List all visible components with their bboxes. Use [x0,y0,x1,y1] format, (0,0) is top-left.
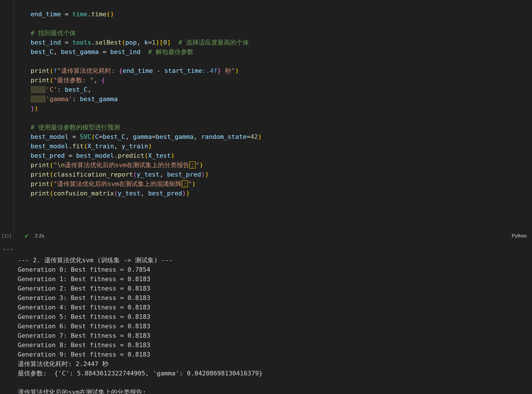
code-token: ) [171,152,174,159]
code-token: , [88,86,91,93]
code-token: best_C [31,48,53,55]
code-token: k [144,39,148,46]
code-line: best_pred = best_model.predict(X_test) [31,151,532,160]
code-token: print [31,161,49,169]
code-token: "遗传算法优化后的svm在测试集上的混淆矩阵 [53,180,182,187]
code-token: ( [49,180,53,187]
code-token: " [196,161,199,169]
code-token: print [31,190,49,197]
code-token: - [153,67,164,74]
code-editor[interactable]: end_time = time.time()# 找到最优个体best_ind =… [0,0,532,230]
output-line: Generation 9: Best fitness = 0.8183 [18,350,532,359]
code-token [140,48,148,55]
code-token: C [95,133,99,140]
code-line: best_model.fit(X_train, y_train) [31,141,532,151]
code-line: best_ind = tools.selBest(pop, k=1)[0] # … [31,38,532,47]
code-token: , [94,77,101,84]
code-token: tools [72,39,91,46]
execution-time: 2.2s [35,233,44,239]
code-line: 'gamma': best_gamma [31,94,532,104]
code-token: X_train [88,143,114,150]
code-token: . [114,152,118,159]
code-token: best_pred [31,152,65,159]
cell-output: --- 2. 遗传算法优化svm (训练集 -> 测试集) ---Generat… [0,242,532,394]
code-token: time [91,11,106,18]
output-line: Generation 5: Best fitness = 0.8183 [18,312,532,321]
code-token: ) [186,190,190,197]
output-line: Generation 0: Best fitness = 0.7854 [18,265,532,274]
code-token: ] [167,39,171,46]
code-line: print("\n遗传算法优化后的svm在测试集上的分类报告：") [31,160,532,170]
code-token: print [31,171,49,178]
code-token: 0 [163,39,167,46]
code-token: ( [133,171,137,178]
code-token: y_test [137,171,159,178]
code-token: time [72,11,88,18]
code-token: 'C' [46,86,57,93]
code-token: best_C [65,86,87,93]
code-token: . [88,11,91,18]
code-token: y_test [118,190,140,197]
code-token: = [99,133,102,140]
code-token [31,95,46,103]
code-token: classification_report [53,171,133,178]
code-token: end_time [31,11,61,18]
code-token: best_pred [148,190,182,197]
code-token: ( [49,161,53,169]
code-line [31,57,532,66]
code-token [171,39,178,46]
code-token: # 解包最佳参数 [148,48,194,55]
code-token: , [159,171,167,178]
code-token: 'gamma' [46,95,72,103]
code-token: best_model [31,143,68,150]
code-token: () [106,11,114,18]
code-token: ( [144,152,148,159]
code-token: print [31,67,49,74]
code-token: ( [122,39,125,46]
code-token: ) [201,171,205,178]
code-token: = [99,48,110,55]
code-token: = [247,133,250,140]
code-token: predict [118,152,144,159]
output-line: 遗传算法优化后的svm在测试集上的分类报告: [18,387,532,394]
output-overflow-indicator[interactable]: ... [2,244,14,251]
code-line: best_model = SVC(C=best_C, gamma=best_ga… [31,132,532,141]
code-token: fit [72,143,84,150]
language-picker[interactable]: Python [512,233,527,239]
code-token: ( [114,190,118,197]
code-token: "遗传算法优化耗时: [57,67,119,74]
code-token: y_train [122,143,148,150]
code-token: 42 [250,133,258,140]
output-line: Generation 8: Best fitness = 0.8183 [18,340,532,350]
cell-focus-border [13,0,14,242]
code-token: print [31,180,49,187]
code-token: "最佳参数: " [53,77,94,84]
code-token: = [61,11,72,18]
cell-output-region: ... --- 2. 遗传算法优化svm (训练集 -> 测试集) ---Gen… [0,242,532,394]
code-token: best_gamma [61,48,99,55]
code-token: # 选择适应度最高的个体 [178,39,249,46]
code-token: random_state [201,133,247,140]
code-token: ( [49,77,53,84]
code-token: f [53,67,57,74]
execution-count: [11] [1,233,12,239]
code-token: , [194,133,201,140]
code-token: } [31,105,34,112]
code-token: ) [182,190,186,197]
code-line: print(f"遗传算法优化耗时: {end_time - start_time… [31,66,532,75]
code-line: best_C, best_gamma = best_ind # 解包最佳参数 [31,47,532,57]
code-token: start_time [164,67,202,74]
code-token: ) [192,180,196,187]
code-token: selBest [95,39,122,46]
code-token: = [65,152,76,159]
code-line: }) [31,104,532,113]
code-token: ) [34,105,38,112]
code-token: # 找到最优个体 [31,29,76,37]
code-token: ) [148,143,152,150]
code-token: = [148,39,152,46]
code-token: ) [258,133,262,140]
code-line: print("遗传算法优化后的svm在测试集上的混淆矩阵：") [31,179,532,189]
code-token: pop [125,39,137,46]
code-line: print(confusion_matrix(y_test, best_pred… [31,189,532,198]
output-line: Generation 4: Best fitness = 0.8183 [18,303,532,312]
